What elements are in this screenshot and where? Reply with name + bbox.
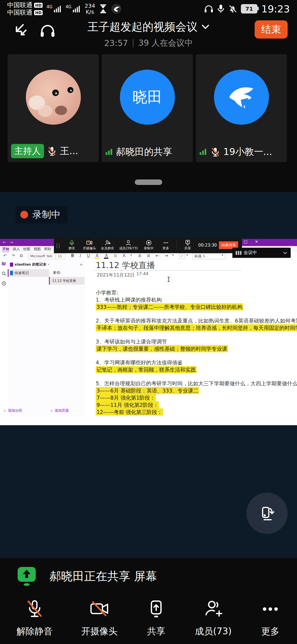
- note-line: 小学教育:: [96, 289, 291, 296]
- note-line-highlighted: 课下学习，课也很重要，感性基础；整顿的时间学专业课: [96, 345, 228, 352]
- font-size-select[interactable]: 11: [56, 253, 65, 259]
- onenote-nav-arrows[interactable]: ←→: [3, 240, 17, 244]
- tab-help[interactable]: 帮助: [44, 246, 51, 252]
- note-line-highlighted: 12——考前 强化第三阶段：: [96, 408, 163, 416]
- share-button[interactable]: 共享: [146, 599, 166, 638]
- note-time: 17:44: [136, 271, 148, 276]
- bold-button[interactable]: B: [71, 253, 74, 258]
- drag-handle[interactable]: [135, 179, 162, 185]
- undo-icon[interactable]: ↶: [3, 253, 7, 258]
- camera-on-button[interactable]: 开摄像头: [81, 599, 117, 638]
- rotate-phone-icon: [258, 504, 276, 523]
- recording-button[interactable]: 录制中: [143, 240, 155, 251]
- notebook-header[interactable]: xiaotian 的笔记本: [10, 262, 50, 267]
- mute-all-button[interactable]: 全员静音: [101, 240, 114, 251]
- meeting-status-pill[interactable]: 会议中: [232, 248, 291, 258]
- tag-more-caret[interactable]: ▾: [186, 253, 188, 257]
- underline-button[interactable]: U: [87, 253, 90, 258]
- note-title[interactable]: 11.12 学校直播: [96, 260, 155, 271]
- tab-draw[interactable]: 绘图: [23, 246, 30, 252]
- camera-off-icon: [86, 240, 92, 245]
- more-dots-icon: [260, 599, 280, 619]
- highlighter-color-bar: [95, 258, 99, 259]
- members-button[interactable]: 成员(39/73): [119, 240, 138, 251]
- note-canvas[interactable]: 11.12 学校直播 2021年11月12日 17:44 小学教育: 1、考研线…: [85, 260, 297, 417]
- notebook-name: xiaotian 的笔记本: [15, 262, 46, 267]
- add-section-button[interactable]: + 添加分区: [3, 408, 22, 413]
- recording-indicator: 录制中: [15, 206, 68, 223]
- page-item-active[interactable]: 11.12 学校直播: [49, 277, 85, 285]
- bullet-list-button[interactable]: ≣: [138, 253, 142, 258]
- tab-insert[interactable]: 插入: [13, 246, 20, 252]
- share-button-desktop[interactable]: 共享: [182, 240, 194, 251]
- recent-notes-icon[interactable]: [2, 281, 6, 286]
- italic-button[interactable]: I: [79, 253, 81, 258]
- section-item-quick-notes[interactable]: 快速笔记: [8, 269, 49, 277]
- style-caret[interactable]: ▾: [222, 253, 223, 257]
- more-dots-icon: [163, 240, 169, 245]
- participant-tile-share[interactable]: 晓田 郝晓田的共享: [102, 54, 193, 162]
- notebooks-icon[interactable]: [2, 261, 6, 266]
- avatar: [214, 70, 269, 125]
- number-list-button[interactable]: ≣: [147, 253, 150, 258]
- participant-tile-class[interactable]: 19小教一...: [196, 54, 287, 162]
- note-body[interactable]: 小学教育: 1、考研线上网课的推荐机构 333——凯程；专业课二——所考学校、专…: [96, 289, 291, 416]
- more-button-mobile[interactable]: 更多: [260, 599, 280, 638]
- format-painter-icon[interactable]: ⧉: [114, 253, 117, 258]
- font-more-caret[interactable]: ▾: [130, 253, 132, 257]
- clear-format-button[interactable]: A: [123, 253, 125, 258]
- camera-button[interactable]: 开摄像头: [83, 240, 96, 251]
- signal-bars-icon: [199, 148, 207, 156]
- font-name-select[interactable]: Microsoft YaH: [28, 253, 55, 259]
- outdent-button[interactable]: ⇤: [156, 253, 159, 258]
- note-line-highlighted: 9——11月 强化第2阶段：: [96, 401, 159, 408]
- members-label: 成员(39/73): [119, 246, 138, 251]
- subtitle-divider: [133, 39, 133, 47]
- share-screen-icon: [146, 599, 166, 619]
- mic-icon: [69, 240, 74, 245]
- rotate-screen-button[interactable]: [246, 493, 288, 534]
- list-more-caret[interactable]: ▾: [172, 253, 174, 257]
- avatar: [26, 70, 81, 125]
- shared-desktop[interactable]: ←→ tian hao — □ ✕ 开始 插入 绘图 视图 帮助 ↶ ↷ ⧉ M…: [0, 239, 297, 425]
- clipboard-icon[interactable]: ⧉: [20, 253, 23, 258]
- mute-button[interactable]: 静音: [66, 240, 78, 251]
- camera-label: 开摄像头: [81, 625, 117, 638]
- more-button[interactable]: 更多: [160, 240, 172, 251]
- participant-tile-host[interactable]: 主持人 王...: [8, 54, 99, 162]
- camera-off-icon: [89, 599, 109, 619]
- tile-label-row: 郝晓田的共享: [105, 146, 191, 158]
- clock: 19:23: [261, 3, 290, 15]
- add-page-button[interactable]: + 添加页面: [50, 408, 69, 413]
- tab-view[interactable]: 视图: [34, 246, 41, 252]
- network-speed: 234 K/s: [85, 3, 95, 15]
- share-label: 共享: [147, 625, 165, 638]
- search-icon[interactable]: [2, 271, 6, 276]
- add-page-label: 添加页面: [55, 408, 69, 413]
- note-line: 3、考研该如何与上课合理调节: [96, 338, 291, 345]
- net-type-label: 4G: [46, 5, 52, 9]
- unmute-button[interactable]: 解除静音: [16, 599, 53, 638]
- todo-checkbox-button[interactable]: ✓: [179, 253, 185, 259]
- text-cursor: [168, 277, 169, 282]
- ribbon-overflow-dots[interactable]: ⋯: [289, 243, 294, 248]
- style-select[interactable]: 标题 1: [193, 253, 226, 259]
- members-button-mobile[interactable]: 成员(73): [195, 599, 232, 638]
- window-maximize-button[interactable]: □: [241, 239, 250, 244]
- person-icon: [126, 240, 131, 245]
- active-page-bar: [49, 277, 50, 285]
- end-meeting-button[interactable]: 结束: [255, 20, 288, 39]
- indent-button[interactable]: ⇥: [164, 253, 168, 258]
- meeting-title-row[interactable]: 王子超发起的视频会议: [0, 19, 297, 34]
- redo-icon[interactable]: ↷: [12, 253, 15, 258]
- tab-home[interactable]: 开始: [2, 246, 9, 253]
- sort-pages-icon[interactable]: ≡: [80, 263, 82, 266]
- toolbar-grip[interactable]: ||: [56, 242, 61, 248]
- hd-badge: HD: [34, 3, 43, 8]
- page-group-label[interactable]: 暑假:: [53, 270, 61, 275]
- camera-label: 开摄像头: [83, 246, 96, 251]
- note-line-highlighted: 3——6月 基础阶段：英语、333、专业课二: [96, 387, 199, 394]
- window-close-button[interactable]: ✕: [252, 239, 261, 244]
- recording-state-label: 录制中: [144, 246, 154, 251]
- mic-muted-icon: [47, 146, 57, 156]
